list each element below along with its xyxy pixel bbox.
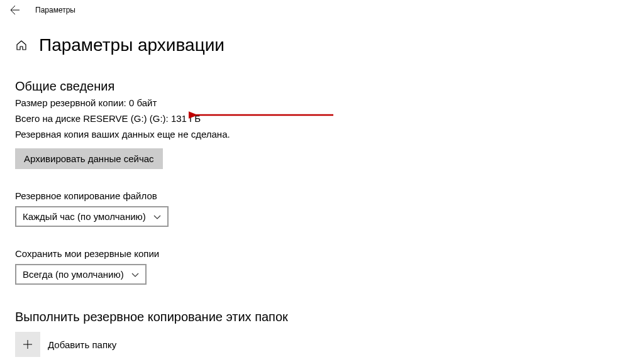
page-header: Параметры архивации [15,35,644,55]
arrow-left-icon [10,5,20,15]
retention-dropdown[interactable]: Всегда (по умолчанию) [15,264,147,285]
add-folder-button[interactable] [15,332,40,357]
frequency-label: Резервное копирование файлов [15,190,644,201]
home-button[interactable] [15,39,28,52]
back-button[interactable] [5,0,25,20]
titlebar: Параметры [0,0,644,20]
retention-group: Сохранить мои резервные копии Всегда (по… [15,248,644,285]
overview-heading: Общие сведения [15,79,644,94]
backup-now-button[interactable]: Архивировать данные сейчас [15,148,163,169]
content-area: Параметры архивации Общие сведения Разме… [0,20,644,357]
folders-heading: Выполнить резервное копирование этих пап… [15,310,644,324]
frequency-value: Каждый час (по умолчанию) [23,211,146,222]
add-folder-row: Добавить папку [15,332,644,357]
frequency-dropdown[interactable]: Каждый час (по умолчанию) [15,206,169,227]
page-title: Параметры архивации [39,35,225,55]
window-title: Параметры [35,6,75,14]
disk-space-line: Всего на диске RESERVE (G:) (G:): 131 ГБ [15,113,644,124]
backup-size-line: Размер резервной копии: 0 байт [15,97,644,108]
chevron-down-icon [153,211,161,222]
chevron-down-icon [131,269,139,280]
plus-icon [23,339,33,349]
home-icon [16,40,27,51]
backup-status-line: Резервная копия ваших данных еще не сдел… [15,129,644,140]
retention-label: Сохранить мои резервные копии [15,248,644,259]
retention-value: Всегда (по умолчанию) [23,269,124,280]
add-folder-label: Добавить папку [48,339,116,350]
frequency-group: Резервное копирование файлов Каждый час … [15,190,644,227]
